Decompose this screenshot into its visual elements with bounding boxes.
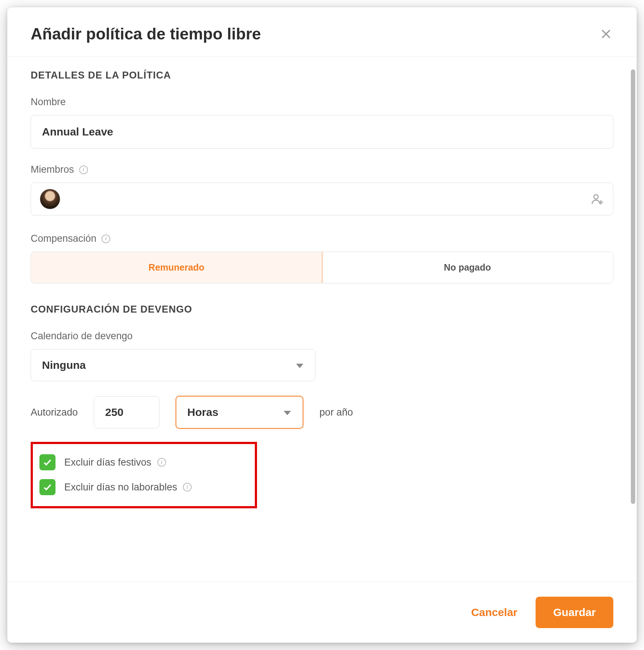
members-label: Miembros i [31,164,613,175]
section-title-policy-details: DETALLES DE LA POLÍTICA [31,70,613,81]
modal-title: Añadir política de tiempo libre [31,25,261,43]
exclude-nonworking-label: Excluir días no laborables i [64,482,192,493]
scrollbar[interactable] [631,69,635,504]
allowed-label: Autorizado [31,407,78,418]
name-input[interactable] [31,115,613,149]
name-label: Nombre [31,96,613,108]
chevron-down-icon [283,406,292,418]
svg-marker-6 [284,411,291,415]
check-icon [43,458,52,467]
allowed-row: Autorizado Horas por año [31,396,613,429]
svg-marker-5 [296,364,303,368]
close-button[interactable] [599,27,613,41]
exclude-nonworking-checkbox[interactable] [39,479,55,495]
modal-footer: Cancelar Guardar [7,582,637,643]
compensation-unpaid[interactable]: No pagado [322,252,613,283]
modal-body: DETALLES DE LA POLÍTICA Nombre Miembros … [7,57,637,582]
modal-header: Añadir política de tiempo libre [7,7,637,57]
info-icon[interactable]: i [183,483,192,492]
schedule-select[interactable]: Ninguna [31,349,315,381]
close-icon [600,28,612,40]
highlight-box: Excluir días festivos i Excluir días no … [31,442,257,508]
schedule-label: Calendario de devengo [31,330,613,342]
section-title-accrual: CONFIGURACIÓN DE DEVENGO [31,304,613,315]
cancel-button[interactable]: Cancelar [468,600,521,625]
member-avatar[interactable] [40,189,60,209]
modal-add-timeoff-policy: Añadir política de tiempo libre DETALLES… [7,7,637,643]
exclude-holidays-row: Excluir días festivos i [39,450,248,475]
exclude-nonworking-row: Excluir días no laborables i [39,475,248,500]
compensation-label: Compensación i [31,233,613,244]
exclude-holidays-checkbox[interactable] [39,454,55,470]
check-icon [43,482,52,492]
compensation-paid[interactable]: Remunerado [31,252,322,283]
compensation-toggle: Remunerado No pagado [31,252,613,283]
save-button[interactable]: Guardar [536,597,613,628]
info-icon[interactable]: i [157,458,166,467]
allowed-input[interactable] [94,396,160,428]
members-input[interactable] [31,183,613,215]
info-icon[interactable]: i [101,234,110,243]
per-year-label: por año [319,407,353,418]
info-icon[interactable]: i [79,165,88,174]
chevron-down-icon [295,359,304,371]
add-member-icon[interactable] [591,192,604,206]
units-select[interactable]: Horas [176,396,303,429]
exclude-holidays-label: Excluir días festivos i [64,457,166,468]
svg-point-2 [594,195,598,199]
